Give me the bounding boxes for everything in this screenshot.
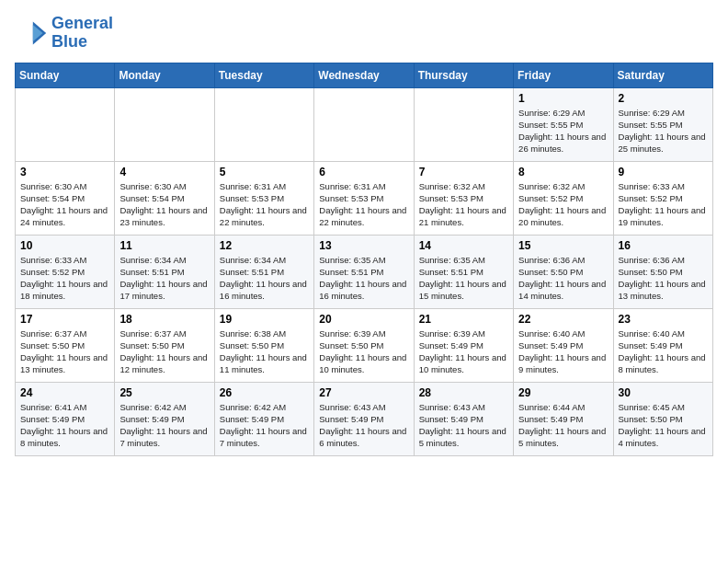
day-number: 10 <box>20 239 109 252</box>
day-info: Sunrise: 6:39 AM Sunset: 5:49 PM Dayligh… <box>419 327 508 376</box>
day-info: Sunrise: 6:39 AM Sunset: 5:50 PM Dayligh… <box>319 327 408 376</box>
calendar-empty <box>314 87 414 161</box>
calendar-day-2: 2Sunrise: 6:29 AM Sunset: 5:55 PM Daylig… <box>613 87 712 161</box>
calendar-week-5: 24Sunrise: 6:41 AM Sunset: 5:49 PM Dayli… <box>16 382 713 455</box>
day-info: Sunrise: 6:38 AM Sunset: 5:50 PM Dayligh… <box>220 327 309 376</box>
day-info: Sunrise: 6:31 AM Sunset: 5:53 PM Dayligh… <box>319 180 408 229</box>
calendar-day-20: 20Sunrise: 6:39 AM Sunset: 5:50 PM Dayli… <box>314 308 414 382</box>
day-number: 28 <box>419 386 508 399</box>
calendar-day-26: 26Sunrise: 6:42 AM Sunset: 5:49 PM Dayli… <box>214 382 313 455</box>
calendar-day-6: 6Sunrise: 6:31 AM Sunset: 5:53 PM Daylig… <box>314 161 414 235</box>
day-number: 6 <box>319 166 408 178</box>
day-info: Sunrise: 6:34 AM Sunset: 5:51 PM Dayligh… <box>220 254 309 303</box>
day-number: 13 <box>319 239 408 252</box>
calendar-day-4: 4Sunrise: 6:30 AM Sunset: 5:54 PM Daylig… <box>115 161 214 235</box>
day-number: 20 <box>319 313 408 326</box>
day-number: 1 <box>518 92 608 105</box>
day-number: 3 <box>20 166 109 178</box>
day-info: Sunrise: 6:30 AM Sunset: 5:54 PM Dayligh… <box>119 180 209 229</box>
calendar-day-10: 10Sunrise: 6:33 AM Sunset: 5:52 PM Dayli… <box>16 235 115 308</box>
day-info: Sunrise: 6:32 AM Sunset: 5:53 PM Dayligh… <box>419 180 508 229</box>
day-header-friday: Friday <box>514 63 613 87</box>
day-header-monday: Monday <box>115 63 214 87</box>
calendar-day-1: 1Sunrise: 6:29 AM Sunset: 5:55 PM Daylig… <box>514 87 613 161</box>
calendar-day-23: 23Sunrise: 6:40 AM Sunset: 5:49 PM Dayli… <box>613 308 712 382</box>
day-info: Sunrise: 6:32 AM Sunset: 5:52 PM Dayligh… <box>518 180 608 229</box>
day-number: 5 <box>220 166 309 178</box>
day-number: 18 <box>119 313 209 326</box>
calendar-day-18: 18Sunrise: 6:37 AM Sunset: 5:50 PM Dayli… <box>115 308 214 382</box>
calendar-day-5: 5Sunrise: 6:31 AM Sunset: 5:53 PM Daylig… <box>214 161 313 235</box>
calendar-day-21: 21Sunrise: 6:39 AM Sunset: 5:49 PM Dayli… <box>414 308 513 382</box>
day-number: 26 <box>220 386 309 399</box>
day-info: Sunrise: 6:31 AM Sunset: 5:53 PM Dayligh… <box>220 180 309 229</box>
calendar-header-row: SundayMondayTuesdayWednesdayThursdayFrid… <box>16 63 713 87</box>
calendar-day-19: 19Sunrise: 6:38 AM Sunset: 5:50 PM Dayli… <box>214 308 313 382</box>
calendar-week-2: 3Sunrise: 6:30 AM Sunset: 5:54 PM Daylig… <box>16 161 713 235</box>
day-number: 9 <box>619 166 708 178</box>
day-number: 12 <box>220 239 309 252</box>
day-number: 19 <box>220 313 309 326</box>
day-info: Sunrise: 6:42 AM Sunset: 5:49 PM Dayligh… <box>119 401 209 450</box>
day-number: 14 <box>419 239 508 252</box>
calendar-day-9: 9Sunrise: 6:33 AM Sunset: 5:52 PM Daylig… <box>613 161 712 235</box>
calendar-empty <box>16 87 115 161</box>
day-number: 4 <box>119 166 209 178</box>
calendar-day-28: 28Sunrise: 6:43 AM Sunset: 5:49 PM Dayli… <box>414 382 513 455</box>
day-number: 22 <box>518 313 608 326</box>
calendar-day-8: 8Sunrise: 6:32 AM Sunset: 5:52 PM Daylig… <box>514 161 613 235</box>
calendar-day-14: 14Sunrise: 6:35 AM Sunset: 5:51 PM Dayli… <box>414 235 513 308</box>
calendar-day-30: 30Sunrise: 6:45 AM Sunset: 5:50 PM Dayli… <box>613 382 712 455</box>
day-header-thursday: Thursday <box>414 63 513 87</box>
calendar-day-13: 13Sunrise: 6:35 AM Sunset: 5:51 PM Dayli… <box>314 235 414 308</box>
day-info: Sunrise: 6:37 AM Sunset: 5:50 PM Dayligh… <box>119 327 209 376</box>
logo-line2: Blue <box>51 33 113 52</box>
calendar-table: SundayMondayTuesdayWednesdayThursdayFrid… <box>15 63 713 456</box>
logo: General Blue <box>15 15 113 52</box>
day-info: Sunrise: 6:40 AM Sunset: 5:49 PM Dayligh… <box>619 327 708 376</box>
calendar-day-17: 17Sunrise: 6:37 AM Sunset: 5:50 PM Dayli… <box>16 308 115 382</box>
day-header-sunday: Sunday <box>16 63 115 87</box>
day-info: Sunrise: 6:45 AM Sunset: 5:50 PM Dayligh… <box>619 401 708 450</box>
day-number: 23 <box>619 313 708 326</box>
day-info: Sunrise: 6:30 AM Sunset: 5:54 PM Dayligh… <box>20 180 109 229</box>
day-number: 8 <box>518 166 608 178</box>
day-number: 16 <box>619 239 708 252</box>
day-number: 17 <box>20 313 109 326</box>
day-number: 11 <box>119 239 209 252</box>
calendar-day-27: 27Sunrise: 6:43 AM Sunset: 5:49 PM Dayli… <box>314 382 414 455</box>
calendar-day-29: 29Sunrise: 6:44 AM Sunset: 5:49 PM Dayli… <box>514 382 613 455</box>
day-info: Sunrise: 6:40 AM Sunset: 5:49 PM Dayligh… <box>518 327 608 376</box>
day-info: Sunrise: 6:29 AM Sunset: 5:55 PM Dayligh… <box>619 107 708 155</box>
day-number: 29 <box>518 386 608 399</box>
day-info: Sunrise: 6:43 AM Sunset: 5:49 PM Dayligh… <box>419 401 508 450</box>
day-info: Sunrise: 6:36 AM Sunset: 5:50 PM Dayligh… <box>518 254 608 303</box>
day-info: Sunrise: 6:33 AM Sunset: 5:52 PM Dayligh… <box>619 180 708 229</box>
day-info: Sunrise: 6:44 AM Sunset: 5:49 PM Dayligh… <box>518 401 608 450</box>
day-number: 21 <box>419 313 508 326</box>
day-info: Sunrise: 6:36 AM Sunset: 5:50 PM Dayligh… <box>619 254 708 303</box>
calendar-day-16: 16Sunrise: 6:36 AM Sunset: 5:50 PM Dayli… <box>613 235 712 308</box>
day-header-saturday: Saturday <box>613 63 712 87</box>
calendar-week-4: 17Sunrise: 6:37 AM Sunset: 5:50 PM Dayli… <box>16 308 713 382</box>
day-header-tuesday: Tuesday <box>214 63 313 87</box>
day-number: 2 <box>619 92 708 105</box>
day-info: Sunrise: 6:33 AM Sunset: 5:52 PM Dayligh… <box>20 254 109 303</box>
day-number: 7 <box>419 166 508 178</box>
day-info: Sunrise: 6:35 AM Sunset: 5:51 PM Dayligh… <box>319 254 408 303</box>
day-info: Sunrise: 6:35 AM Sunset: 5:51 PM Dayligh… <box>419 254 508 303</box>
calendar-day-7: 7Sunrise: 6:32 AM Sunset: 5:53 PM Daylig… <box>414 161 513 235</box>
day-number: 24 <box>20 386 109 399</box>
calendar-day-11: 11Sunrise: 6:34 AM Sunset: 5:51 PM Dayli… <box>115 235 214 308</box>
day-number: 27 <box>319 386 408 399</box>
day-info: Sunrise: 6:37 AM Sunset: 5:50 PM Dayligh… <box>20 327 109 376</box>
day-number: 25 <box>119 386 209 399</box>
logo-line1: General <box>51 15 113 33</box>
logo-icon <box>15 17 48 50</box>
day-info: Sunrise: 6:42 AM Sunset: 5:49 PM Dayligh… <box>220 401 309 450</box>
day-header-wednesday: Wednesday <box>314 63 414 87</box>
day-number: 30 <box>619 386 708 399</box>
page-header: General Blue <box>15 15 713 52</box>
calendar-empty <box>115 87 214 161</box>
calendar-day-22: 22Sunrise: 6:40 AM Sunset: 5:49 PM Dayli… <box>514 308 613 382</box>
